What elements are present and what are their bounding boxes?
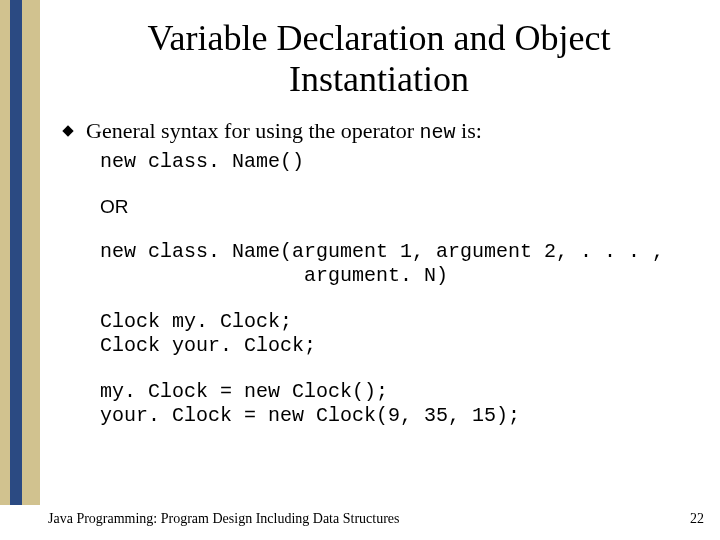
code-syntax-2: new class. Name(argument 1, argument 2, … <box>100 240 698 288</box>
code-syntax-1: new class. Name() <box>100 150 698 174</box>
diamond-bullet-icon <box>62 125 73 136</box>
page-number: 22 <box>690 511 704 527</box>
sidebar-stripes <box>0 0 52 505</box>
bullet-prefix: General syntax for using the operator <box>86 118 420 143</box>
or-label: OR <box>100 196 698 218</box>
code-declarations: Clock my. Clock; Clock your. Clock; <box>100 310 698 358</box>
bullet-item: General syntax for using the operator ne… <box>60 117 698 146</box>
bullet-keyword: new <box>420 121 456 144</box>
code-assignments: my. Clock = new Clock(); your. Clock = n… <box>100 380 698 428</box>
bullet-text: General syntax for using the operator ne… <box>86 117 482 146</box>
slide-content: Variable Declaration and Object Instanti… <box>52 0 720 540</box>
bullet-suffix: is: <box>456 118 482 143</box>
slide-footer: Java Programming: Program Design Includi… <box>0 505 720 540</box>
footer-text: Java Programming: Program Design Includi… <box>48 511 399 527</box>
slide-title: Variable Declaration and Object Instanti… <box>60 18 698 101</box>
